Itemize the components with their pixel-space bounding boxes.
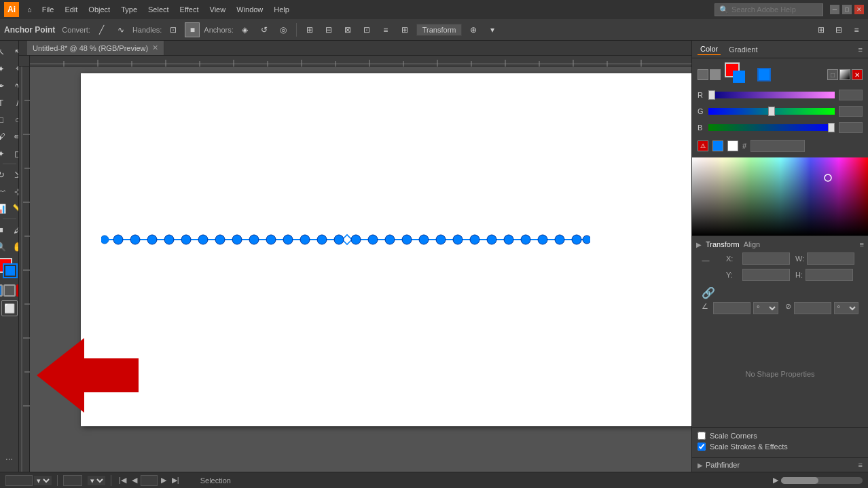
color-tab[interactable]: Color [698, 43, 721, 55]
fill-color-btn[interactable] [0, 284, 3, 297]
zoom-input[interactable]: 48% [5, 475, 33, 486]
zoom-tool[interactable]: 🔍 [0, 238, 9, 255]
page-input[interactable]: 1 [141, 475, 158, 486]
search-input[interactable] [731, 5, 820, 14]
panel-stroke-box[interactable] [733, 71, 745, 83]
menu-help[interactable]: Help [269, 3, 294, 16]
doc-tab[interactable]: Untitled-8* @ 48 % (RGB/Preview) ✕ [27, 41, 164, 55]
menu-effect[interactable]: Effect [175, 3, 204, 16]
current-fill-indicator[interactable] [757, 68, 771, 81]
reshape-tool[interactable]: ⊹ [10, 183, 19, 200]
selection-tool[interactable]: ↖ [0, 43, 9, 60]
maximize-button[interactable]: □ [842, 5, 852, 14]
lasso-tool[interactable]: ⌖ [10, 60, 19, 77]
arrange-btn3[interactable]: ≡ [849, 22, 864, 37]
y-input[interactable]: 326.6667 px [742, 269, 790, 281]
menu-edit[interactable]: Edit [60, 3, 82, 16]
none-fill-btn[interactable]: □ [827, 69, 838, 80]
arrange-btn2[interactable]: ⊟ [831, 22, 846, 37]
color-icon1[interactable] [698, 69, 708, 80]
x-input[interactable]: 1127.5 px [742, 252, 790, 265]
align-tab[interactable]: Align [744, 240, 760, 248]
transform-opt1[interactable]: ⊕ [466, 22, 481, 37]
align-btn6[interactable]: ⊞ [397, 22, 412, 37]
anchors-btn2[interactable]: ↺ [257, 22, 272, 37]
ellipse-tool[interactable]: ○ [10, 111, 19, 128]
rotation-input[interactable]: 0° [63, 475, 82, 486]
align-btn4[interactable]: ⊡ [359, 22, 374, 37]
b-value[interactable]: 255 [839, 122, 863, 133]
eraser-tool[interactable]: ◻ [10, 145, 19, 162]
line-tool[interactable]: / [10, 94, 19, 111]
rect-tool[interactable]: □ [0, 111, 9, 128]
r-value[interactable]: 0 [839, 90, 863, 100]
menu-file[interactable]: File [37, 3, 59, 16]
shear-input[interactable] [794, 302, 831, 314]
minimize-button[interactable]: ─ [830, 5, 839, 14]
gradient-fill-btn[interactable] [839, 69, 850, 80]
more-tools[interactable]: ··· [1, 450, 18, 466]
transform-menu-btn[interactable]: ≡ [860, 240, 864, 248]
menu-type[interactable]: Type [116, 3, 142, 16]
shaper-tool[interactable]: ✦ [0, 145, 9, 162]
nav-last-btn[interactable]: ▶| [170, 476, 181, 485]
b-slider[interactable] [708, 124, 835, 131]
g-value[interactable]: 128 [839, 106, 863, 117]
artboard-tool[interactable]: ⬜ [1, 300, 18, 316]
close-button[interactable]: ✕ [854, 5, 864, 14]
menu-select[interactable]: Select [143, 3, 174, 16]
zoom-dropdown[interactable]: ▾ [34, 476, 52, 485]
tab-close-btn[interactable]: ✕ [152, 43, 158, 52]
transform-expand-icon[interactable]: ▶ [696, 241, 702, 248]
rotation-dropdown[interactable]: ▾ [88, 476, 105, 485]
stroke-box[interactable] [4, 265, 16, 277]
paintbrush-tool[interactable]: 🖌 [0, 128, 9, 145]
none-color-btn[interactable] [3, 284, 16, 297]
nav-next-btn[interactable]: ▶ [159, 476, 168, 485]
scale-strokes-checkbox[interactable] [698, 443, 706, 451]
align-btn3[interactable]: ⊠ [340, 22, 355, 37]
angle-select[interactable]: ° [753, 302, 778, 314]
menu-object[interactable]: Object [84, 3, 115, 16]
handles-btn2[interactable]: ■ [185, 22, 200, 37]
scale-tool[interactable]: ⇲ [10, 166, 19, 183]
scale-corners-checkbox[interactable] [698, 432, 706, 440]
home-button[interactable]: ⌂ [23, 3, 36, 16]
nav-first-btn[interactable]: |◀ [117, 476, 128, 485]
align-btn2[interactable]: ⊟ [321, 22, 336, 37]
transform-button[interactable]: Transform [416, 24, 463, 36]
warp-tool[interactable]: 〰 [0, 183, 9, 200]
direct-selection-tool[interactable]: ↖ [10, 43, 19, 60]
convert-btn1[interactable]: ╱ [94, 22, 109, 37]
magic-wand-tool[interactable]: ✦ [0, 60, 9, 77]
menu-window[interactable]: Window [232, 3, 268, 16]
hand-tool[interactable]: ✋ [10, 238, 19, 255]
panel-menu-btn[interactable]: ≡ [858, 45, 863, 54]
w-input[interactable]: 0 px [807, 252, 854, 265]
transform-tab[interactable]: Transform [706, 240, 740, 248]
h-input[interactable]: 0 px [806, 269, 853, 281]
type-tool[interactable]: T [0, 94, 9, 111]
gradient-tool[interactable]: ■ [0, 221, 9, 238]
transform-opt2[interactable]: ▾ [485, 22, 500, 37]
hex-input[interactable]: 0080ff [751, 140, 805, 152]
convert-btn2[interactable]: ∿ [113, 22, 128, 37]
anchors-btn1[interactable]: ◈ [238, 22, 253, 37]
g-slider[interactable] [708, 108, 835, 115]
search-bar[interactable]: 🔍 [715, 3, 823, 16]
pathfinder-menu-btn[interactable]: ≡ [858, 461, 863, 469]
shear-select[interactable]: ° [834, 302, 858, 314]
color-spectrum[interactable] [692, 157, 868, 236]
arrange-btn1[interactable]: ⊞ [814, 22, 829, 37]
more-btn[interactable]: ··· [1, 450, 18, 466]
link-icon[interactable]: 🔗 [702, 286, 715, 299]
progress-bar[interactable] [781, 477, 863, 484]
align-btn1[interactable]: ⊞ [302, 22, 317, 37]
eyedropper-tool[interactable]: 🖊 [10, 221, 19, 238]
angle-input[interactable] [713, 302, 751, 314]
dotted-line[interactable] [101, 229, 590, 250]
nav-prev-btn[interactable]: ◀ [130, 476, 139, 485]
pen-tool[interactable]: ✒ [0, 77, 9, 94]
menu-view[interactable]: View [205, 3, 231, 16]
r-slider[interactable] [708, 92, 835, 98]
